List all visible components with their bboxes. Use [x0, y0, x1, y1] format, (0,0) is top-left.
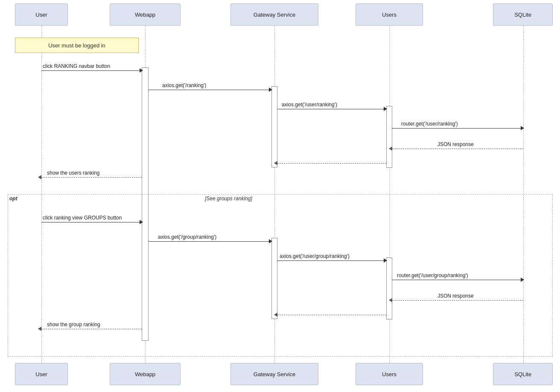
- msg12-arrow: [38, 327, 41, 331]
- msg10-arrow: [521, 278, 524, 282]
- activation-users: [386, 106, 392, 168]
- msg1-arrow: [140, 68, 143, 73]
- msg7-line: [41, 222, 142, 222]
- lifeline-users-bottom: Users: [356, 363, 423, 385]
- lifeline-user-top: User: [15, 3, 68, 26]
- msg8-line: [149, 241, 271, 242]
- msg12-line: [41, 329, 142, 329]
- lifeline-webapp-top: Webapp: [110, 3, 181, 26]
- msg7-label: click ranking view GROUPS button: [43, 215, 122, 221]
- msg9-line: [277, 260, 386, 261]
- msg11b-line: [277, 315, 386, 315]
- msg4-label: router.get('/user/ranking'): [401, 121, 458, 127]
- msg3-label: axios.get('/user/ranking'): [282, 102, 337, 108]
- lifeline-webapp-bottom: Webapp: [110, 363, 181, 385]
- msg10-label: router.get('/user/group/ranking'): [397, 272, 468, 278]
- lifeline-sqlite-top: SQLite: [493, 3, 553, 26]
- msg11-arrow: [389, 298, 392, 302]
- msg3-arrow: [384, 107, 387, 111]
- opt-label: opt: [9, 196, 18, 202]
- msg6-arrow: [38, 175, 41, 179]
- opt-condition: [See groups ranking]: [205, 196, 252, 202]
- msg3-line: [277, 109, 386, 109]
- lifeline-user-bottom: User: [15, 363, 68, 385]
- msg4-arrow: [521, 126, 524, 130]
- lifeline-gateway-bottom: Gateway Service: [230, 363, 318, 385]
- sequence-diagram: User Webapp Gateway Service Users SQLite…: [0, 0, 560, 392]
- msg6-label: show the users ranking: [47, 170, 99, 176]
- msg8-arrow: [269, 239, 272, 243]
- msg1-label: click RANKING navbar button: [43, 63, 110, 69]
- msg5-line: [392, 149, 523, 149]
- msg11-label: JSON response: [438, 293, 474, 299]
- msg8-label: axios.get('/group/ranking'): [158, 234, 216, 240]
- lifeline-sqlite-bottom: SQLite: [493, 363, 553, 385]
- msg11b-arrow: [274, 313, 277, 317]
- msg2-line: [149, 90, 271, 90]
- lifeline-users-top: Users: [356, 3, 423, 26]
- activation-gateway: [271, 86, 277, 167]
- msg5-arrow: [389, 146, 392, 151]
- msg9-label: axios.get('/user/group/ranking'): [280, 253, 350, 259]
- msg12-label: show the group ranking: [47, 322, 100, 328]
- msg6-line: [41, 177, 142, 178]
- msg10-line: [392, 280, 523, 280]
- lifeline-gateway-top: Gateway Service: [230, 3, 318, 26]
- msg9-arrow: [384, 258, 387, 263]
- msg5-label: JSON response: [438, 141, 474, 147]
- msg11-line: [392, 300, 523, 301]
- note-logged-in: User must be logged in: [15, 38, 139, 53]
- msg2-label: axios.get('/ranking'): [162, 82, 206, 88]
- msg2-arrow: [269, 88, 272, 92]
- msg1-line: [41, 70, 142, 71]
- msg5b-line: [277, 163, 386, 164]
- msg5b-arrow: [274, 161, 277, 165]
- msg4-line: [392, 128, 523, 129]
- msg7-arrow: [140, 220, 143, 224]
